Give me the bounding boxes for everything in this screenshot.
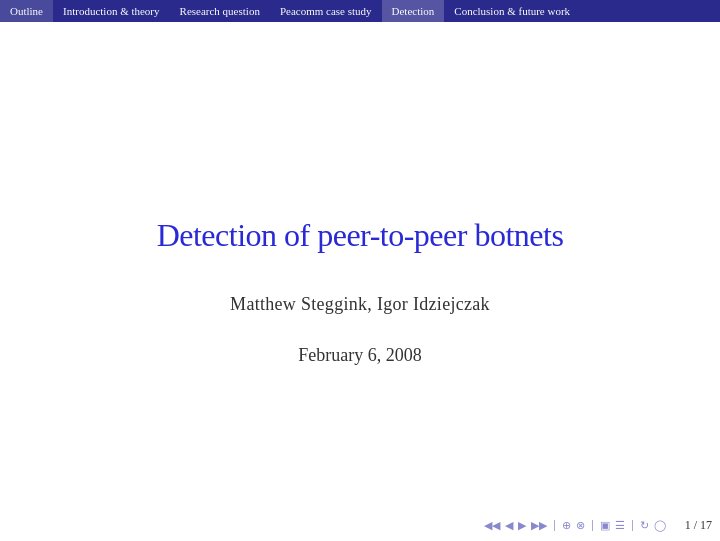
separator-2 xyxy=(592,520,593,531)
nav-bar: Outline Introduction & theory Research q… xyxy=(0,0,720,22)
circle-icon[interactable]: ◯ xyxy=(652,519,668,532)
toolbar-row: ◀◀ ◀ ▶ ▶▶ ⊕ ⊗ ▣ ☰ ↻ ◯ 1 / 17 xyxy=(482,518,712,533)
nav-item-peacomm[interactable]: Peacomm case study xyxy=(270,0,382,22)
nav-next-icon[interactable]: ▶ xyxy=(516,519,528,532)
nav-item-detection[interactable]: Detection xyxy=(382,0,445,22)
zoom-icon[interactable]: ⊕ xyxy=(560,519,573,532)
menu-icon[interactable]: ☰ xyxy=(613,519,627,532)
slide-authors: Matthew Steggink, Igor Idziejczak xyxy=(230,294,490,315)
nav-item-intro[interactable]: Introduction & theory xyxy=(53,0,170,22)
nav-item-research[interactable]: Research question xyxy=(170,0,270,22)
search-icon[interactable]: ⊗ xyxy=(574,519,587,532)
nav-first-icon[interactable]: ◀◀ xyxy=(482,519,502,532)
nav-last-icon[interactable]: ▶▶ xyxy=(529,519,549,532)
fit-icon[interactable]: ▣ xyxy=(598,519,612,532)
page-indicator: 1 / 17 xyxy=(685,518,712,533)
refresh-icon[interactable]: ↻ xyxy=(638,519,651,532)
separator-1 xyxy=(554,520,555,531)
slide-content: Detection of peer-to-peer botnets Matthe… xyxy=(0,22,720,541)
nav-item-conclusion[interactable]: Conclusion & future work xyxy=(444,0,580,22)
nav-item-outline[interactable]: Outline xyxy=(0,0,53,22)
separator-3 xyxy=(632,520,633,531)
nav-prev-icon[interactable]: ◀ xyxy=(503,519,515,532)
slide-title: Detection of peer-to-peer botnets xyxy=(157,217,564,254)
slide-date: February 6, 2008 xyxy=(298,345,421,366)
